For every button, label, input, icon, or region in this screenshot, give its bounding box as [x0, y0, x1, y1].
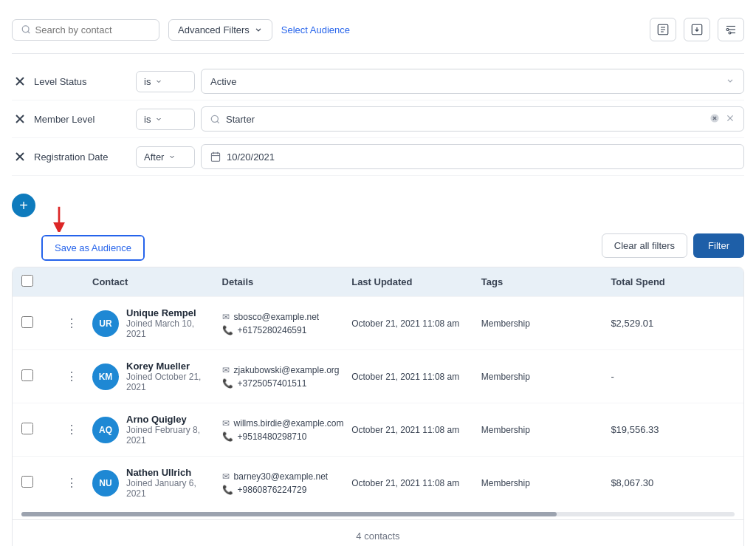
filter-button[interactable]: Filter [693, 233, 744, 258]
contact-joined-1: Joined October 21, 2021 [126, 372, 216, 392]
contact-cell-2: AQ Arno Quigley Joined February 8, 2021 [92, 414, 216, 446]
phone-icon-0: 📞 [222, 325, 233, 335]
details-cell-1: ✉ zjakubowski@example.org 📞 +37250574015… [222, 365, 346, 389]
svg-point-0 [22, 26, 29, 33]
details-cell-0: ✉ sbosco@example.net 📞 +6175280246591 [222, 312, 346, 335]
contact-name-3: Nathen Ullrich [126, 467, 216, 478]
tags-2: Membership [481, 425, 605, 435]
select-all-checkbox[interactable] [21, 275, 33, 287]
row-menu-0[interactable]: ⋮ [57, 316, 86, 330]
contact-name-1: Korey Mueller [126, 361, 216, 372]
contact-info-3: Nathen Ullrich Joined January 6, 2021 [126, 467, 216, 499]
contact-cell-1: KM Korey Mueller Joined October 21, 2021 [92, 361, 216, 392]
select-audience-button[interactable]: Select Audience [281, 24, 350, 35]
filter-operator-registration-date[interactable]: After [136, 146, 195, 168]
phone-item-1: 📞 +3725057401511 [222, 378, 346, 389]
save-audience-button[interactable]: Save as Audience [43, 236, 143, 259]
row-menu-2[interactable]: ⋮ [57, 423, 86, 437]
import-icon-btn[interactable] [684, 18, 710, 41]
export-icon-btn[interactable] [650, 18, 676, 41]
search-box[interactable] [12, 19, 159, 41]
remove-filter-level-status[interactable] [12, 73, 28, 89]
details-cell-2: ✉ willms.birdie@example.com 📞 +951848029… [222, 418, 346, 442]
contact-info-2: Arno Quigley Joined February 8, 2021 [126, 414, 216, 446]
contact-name-0: Unique Rempel [126, 307, 216, 318]
filter-row-level-status: Level Status is Active [12, 63, 744, 100]
contact-cell-0: UR Unique Rempel Joined March 10, 2021 [92, 307, 216, 339]
remove-filter-member-level[interactable] [12, 111, 28, 127]
col-details: Details [222, 276, 346, 287]
search-icon [21, 24, 31, 35]
filter-operator-level-status[interactable]: is [136, 71, 195, 92]
chevron-down-icon [254, 25, 263, 34]
filter-value-clear-member-level[interactable] [726, 114, 735, 125]
email-item-0: ✉ sbosco@example.net [222, 312, 346, 322]
tags-3: Membership [481, 478, 605, 488]
search-small-icon [210, 115, 220, 124]
contact-cell-3: NU Nathen Ullrich Joined January 6, 2021 [92, 467, 216, 499]
contact-joined-3: Joined January 6, 2021 [126, 478, 216, 499]
phone-item-3: 📞 +9860876224729 [222, 485, 346, 495]
phone-icon-2: 📞 [222, 431, 233, 442]
remove-starter-tag[interactable] [709, 113, 720, 126]
avatar-0: UR [92, 310, 119, 337]
filter-row-member-level: Member Level is Starter [12, 100, 744, 138]
row-menu-1[interactable]: ⋮ [57, 369, 86, 383]
calendar-icon [210, 151, 221, 162]
phone-text-0: +6175280246591 [238, 325, 307, 335]
contact-joined-2: Joined February 8, 2021 [126, 425, 216, 446]
advanced-filters-button[interactable]: Advanced Filters [168, 19, 272, 41]
spend-3: $8,067.30 [611, 477, 735, 488]
avatar-1: KM [92, 364, 119, 390]
row-menu-3[interactable]: ⋮ [57, 476, 86, 490]
row-checkbox-2[interactable] [21, 423, 33, 434]
tags-0: Membership [481, 318, 605, 329]
email-text-2: willms.birdie@example.com [234, 418, 344, 429]
spend-2: $19,556.33 [611, 424, 735, 435]
phone-item-0: 📞 +6175280246591 [222, 325, 346, 335]
avatar-3: NU [92, 470, 119, 496]
email-item-3: ✉ barney30@example.net [222, 471, 346, 482]
avatar-2: AQ [92, 417, 119, 443]
filter-value-registration-date[interactable]: 10/20/2021 [201, 144, 744, 169]
tags-1: Membership [481, 372, 605, 382]
email-icon-2: ✉ [222, 418, 230, 429]
export-icon [656, 23, 670, 36]
email-text-0: sbosco@example.net [234, 312, 320, 322]
filters-section: Level Status is Active Member Level is [12, 54, 744, 185]
contact-joined-0: Joined March 10, 2021 [126, 318, 216, 339]
contacts-table: Contact Details Last Updated Tags Total … [12, 267, 744, 546]
table-footer: 4 contacts [13, 519, 743, 546]
svg-line-14 [217, 121, 219, 123]
filter-value-level-status[interactable]: Active [201, 69, 744, 94]
phone-text-3: +9860876224729 [238, 485, 307, 495]
col-contact: Contact [92, 276, 216, 287]
email-icon-3: ✉ [222, 471, 230, 482]
email-icon-0: ✉ [222, 312, 230, 322]
svg-rect-22 [211, 153, 219, 161]
row-checkbox-1[interactable] [21, 369, 33, 381]
table-body: ⋮ UR Unique Rempel Joined March 10, 2021… [13, 296, 743, 509]
row-checkbox-3[interactable] [21, 476, 33, 488]
search-input[interactable] [35, 24, 150, 35]
table-header: Contact Details Last Updated Tags Total … [13, 267, 743, 296]
filter-operator-member-level[interactable]: is [136, 109, 195, 130]
settings-icon-btn[interactable] [718, 18, 744, 41]
toolbar-right [650, 18, 744, 41]
svg-point-13 [211, 115, 218, 122]
phone-text-1: +3725057401511 [238, 378, 307, 389]
row-checkbox-0[interactable] [21, 316, 33, 328]
svg-point-7 [726, 29, 729, 31]
email-item-1: ✉ zjakubowski@example.org [222, 365, 346, 375]
contact-info-0: Unique Rempel Joined March 10, 2021 [126, 307, 216, 339]
settings-icon [724, 23, 738, 36]
import-icon [690, 23, 704, 36]
last-updated-0: October 21, 2021 11:08 am [351, 318, 475, 329]
filter-value-member-level[interactable]: Starter [201, 106, 744, 132]
remove-filter-registration-date[interactable] [12, 149, 28, 165]
col-last-updated: Last Updated [351, 276, 475, 287]
filter-value-clear-level-status[interactable] [726, 76, 735, 87]
clear-filters-button[interactable]: Clear all filters [602, 233, 687, 258]
col-tags: Tags [481, 276, 605, 287]
svg-line-1 [28, 32, 30, 34]
